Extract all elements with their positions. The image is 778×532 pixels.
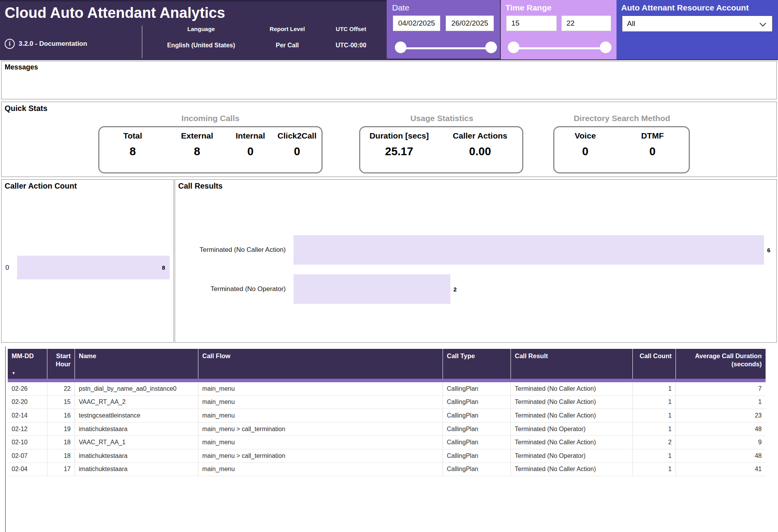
stat-voice-label: Voice — [554, 131, 616, 140]
stat-caller-actions: Caller Actions 0.00 — [438, 127, 522, 172]
chevron-down-icon[interactable] — [760, 20, 766, 27]
column-header-call-result[interactable]: Call Result — [511, 349, 633, 379]
version-documentation-link[interactable]: 3.2.0 - Documentation — [19, 40, 87, 48]
resource-account-dropdown[interactable]: All — [622, 16, 773, 32]
stat-internal: Internal 0 — [228, 127, 273, 172]
table-cell: Terminated (No Caller Action) — [511, 396, 633, 409]
incoming-calls-heading: Incoming Calls — [133, 114, 288, 123]
stat-dtmf-label: DTMF — [616, 131, 689, 140]
caller-action-count-title: Caller Action Count — [5, 182, 77, 191]
table-cell: Terminated (No Caller Action) — [511, 409, 633, 422]
stat-dtmf-value: 0 — [616, 145, 689, 158]
caller-action-count-chart: Caller Action Count 08 — [1, 179, 174, 343]
table-row: 02-1219imatichuktestaaramain_menu > call… — [8, 423, 766, 436]
table-header-band — [8, 379, 766, 382]
table-cell: 02-26 — [8, 382, 47, 395]
bar-category-label: 0 — [2, 256, 13, 279]
stat-external-label: External — [166, 131, 228, 140]
bar-value-label: 6 — [767, 235, 770, 265]
stat-voice-value: 0 — [554, 145, 616, 158]
column-header-call-flow[interactable]: Call Flow — [198, 349, 443, 379]
column-header-call-type[interactable]: Call Type — [443, 349, 511, 379]
stat-internal-value: 0 — [228, 145, 273, 158]
table-cell: CallingPlan — [443, 409, 511, 422]
table-cell: imatichuktestaara — [75, 449, 198, 463]
language-label: Language — [155, 26, 248, 32]
stat-duration-value: 25.17 — [360, 145, 438, 158]
stat-caller-actions-value: 0.00 — [438, 145, 522, 158]
resource-account-label: Auto Attenant Resource Account — [621, 3, 749, 12]
column-header-average-call-duration-seconds[interactable]: Average Call Duration (seconds) — [676, 349, 766, 379]
stat-click2call-label: Click2Call — [273, 131, 321, 140]
table-cell: 2 — [633, 436, 676, 449]
table-cell: pstn_dial_by_name_aa0_instance0 — [75, 382, 198, 395]
stat-dtmf: DTMF 0 — [616, 127, 689, 172]
time-end-input[interactable] — [561, 16, 611, 31]
table-cell: 9 — [676, 436, 766, 449]
stat-duration: Duration [secs] 25.17 — [360, 127, 438, 172]
info-icon[interactable]: i — [5, 39, 15, 49]
date-end-input[interactable] — [446, 16, 494, 31]
table-cell: 1 — [633, 463, 676, 476]
table-cell: 18 — [47, 436, 75, 449]
call-results-title: Call Results — [178, 182, 222, 191]
table-cell: 1 — [676, 396, 766, 409]
date-slider-track[interactable] — [401, 47, 491, 49]
time-slider-handle-end[interactable] — [600, 42, 611, 53]
table-cell: 02-10 — [8, 436, 47, 449]
resource-account-selected: All — [627, 19, 635, 28]
table-row: 02-2015VAAC_RT_AA_2main_menuCallingPlanT… — [8, 396, 766, 409]
table-cell: Terminated (No Operator) — [511, 449, 633, 463]
utc-offset-value: UTC-00:00 — [304, 42, 398, 49]
date-slider-handle-end[interactable] — [485, 42, 497, 53]
header-divider — [142, 26, 142, 58]
stat-external: External 8 — [166, 127, 228, 172]
bar-value-label: 2 — [453, 274, 457, 304]
stat-total-label: Total — [99, 131, 166, 140]
time-start-input[interactable] — [506, 16, 557, 31]
column-header-name[interactable]: Name — [75, 349, 198, 379]
table-cell: main_menu > call_termination — [198, 449, 443, 463]
time-slider-handle-start[interactable] — [508, 42, 519, 53]
table-cell: imatichuktestaara — [75, 423, 198, 436]
page-title: Cloud Auto Attendant Analytics — [5, 5, 225, 21]
column-header-start-hour[interactable]: Start Hour — [47, 349, 75, 379]
directory-search-box: Voice 0 DTMF 0 — [553, 126, 690, 173]
call-results-chart: Call Results Terminated (No Caller Actio… — [175, 179, 777, 343]
incoming-calls-box: Total 8 External 8 Internal 0 Click2Call… — [98, 126, 323, 173]
table-cell: 19 — [47, 423, 75, 436]
sort-descending-icon[interactable]: ▼ — [12, 371, 16, 376]
date-slider-handle-start[interactable] — [395, 42, 406, 53]
column-header-mm-dd[interactable]: MM-DD▼ — [8, 349, 47, 379]
stat-duration-label: Duration [secs] — [360, 131, 438, 140]
table-row: 02-1416testngcseattleinstancemain_menuCa… — [8, 409, 766, 423]
stat-click2call-value: 0 — [273, 145, 321, 158]
time-slider-track[interactable] — [514, 47, 606, 49]
bar-segment[interactable] — [17, 256, 170, 279]
stat-click2call: Click2Call 0 — [273, 127, 321, 172]
table-cell: 1 — [633, 449, 676, 463]
bar-category-label: Terminated (No Operator) — [175, 274, 290, 304]
table-cell: CallingPlan — [443, 436, 511, 449]
table-cell: main_menu — [198, 409, 443, 422]
table-cell: testngcseattleinstance — [75, 409, 198, 422]
stat-total-value: 8 — [99, 145, 166, 158]
table-cell: 22 — [47, 382, 75, 395]
date-start-input[interactable] — [393, 16, 440, 31]
report-canvas: Cloud Auto Attendant Analytics i 3.2.0 -… — [0, 0, 778, 532]
table-header-row: MM-DD▼Start HourNameCall FlowCall TypeCa… — [8, 349, 766, 379]
bar-segment[interactable] — [293, 235, 764, 265]
table-cell: 41 — [676, 463, 766, 476]
language-value: English (United States) — [155, 42, 248, 49]
table-cell: VAAC_RT_AA_2 — [75, 396, 198, 409]
table-row: 02-1018VAAC_RT_AA_1main_menuCallingPlanT… — [8, 436, 766, 449]
bar-segment[interactable] — [293, 274, 450, 304]
table-cell: imatichuktestaara — [75, 463, 198, 476]
date-slicer: Date — [387, 0, 500, 59]
column-header-call-count[interactable]: Call Count — [633, 349, 676, 379]
table-cell: main_menu — [198, 436, 443, 449]
stat-internal-label: Internal — [228, 131, 273, 140]
messages-title: Messages — [5, 63, 38, 71]
table-cell: 48 — [676, 423, 766, 436]
table-cell: 17 — [47, 463, 75, 476]
